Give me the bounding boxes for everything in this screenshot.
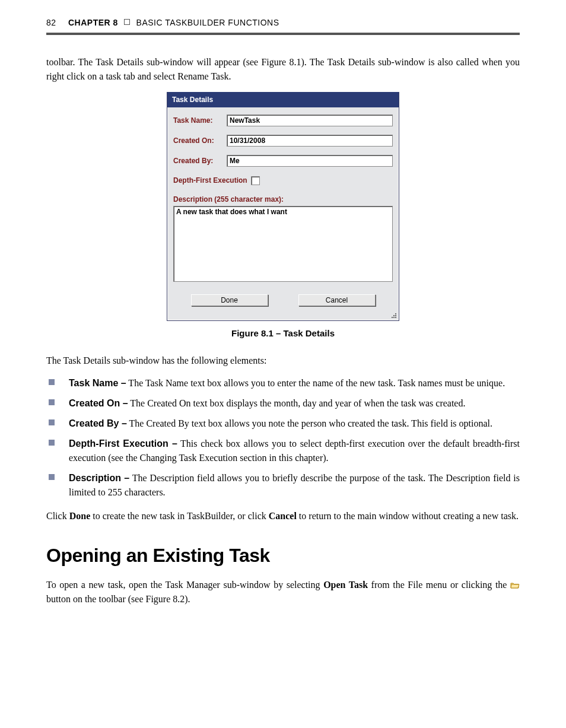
bullet-text: The Created On text box displays the mon… — [128, 398, 466, 408]
running-header: 82 CHAPTER 8 BASIC TASKBUILDER FUNCTIONS — [46, 17, 520, 35]
done-ref: Done — [69, 511, 91, 521]
open-task-ref: Open Task — [323, 580, 368, 590]
chapter-title: BASIC TASKBUILDER FUNCTIONS — [136, 18, 279, 27]
svg-rect-1 — [393, 315, 395, 316]
open-paragraph: To open a new task, open the Task Manage… — [46, 578, 520, 606]
list-item: Created On – The Created On text box dis… — [46, 396, 520, 411]
task-details-dialog: Task Details Task Name: Created On: Crea… — [167, 92, 399, 321]
list-item: Created By – The Created By text box all… — [46, 417, 520, 431]
bullet-label: Task Name – — [69, 378, 126, 388]
bullet-text: The Created By text box allows you note … — [127, 418, 492, 428]
svg-rect-2 — [395, 315, 396, 316]
svg-rect-3 — [392, 317, 393, 318]
depth-first-checkbox[interactable] — [251, 176, 260, 185]
created-by-label: Created By: — [173, 155, 227, 166]
created-by-input[interactable] — [227, 155, 393, 167]
intro-paragraph: toolbar. The Task Details sub-window wil… — [46, 55, 520, 84]
task-name-input[interactable] — [227, 115, 393, 126]
list-item: Task Name – The Task Name text box allow… — [46, 376, 520, 390]
bullet-label: Created On – — [69, 398, 128, 408]
page-number: 82 — [46, 18, 56, 27]
list-item: Description – The Description field allo… — [46, 471, 520, 500]
dialog-title: Task Details — [167, 92, 399, 107]
created-on-label: Created On: — [173, 135, 227, 146]
cancel-ref: Cancel — [269, 511, 297, 521]
bullet-label: Depth-First Execution – — [69, 438, 177, 449]
bullet-label: Created By – — [69, 418, 127, 428]
click-paragraph: Click Done to create the new task in Tas… — [46, 509, 520, 523]
chapter-label: CHAPTER 8 — [68, 18, 118, 27]
bullet-text: The Description field allows you to brie… — [69, 473, 520, 497]
bullet-label: Description – — [69, 473, 129, 483]
svg-rect-5 — [395, 317, 396, 318]
cancel-button[interactable]: Cancel — [298, 294, 376, 306]
description-label: Description (255 character max): — [173, 194, 393, 205]
bullet-text: The Task Name text box allows you to ent… — [126, 378, 505, 388]
element-list: Task Name – The Task Name text box allow… — [46, 376, 520, 500]
task-name-label: Task Name: — [173, 115, 227, 126]
figure-caption: Figure 8.1 – Task Details — [46, 327, 520, 341]
svg-rect-4 — [393, 317, 395, 318]
header-square-icon — [124, 19, 130, 25]
created-on-input[interactable] — [227, 135, 393, 147]
depth-first-label: Depth-First Execution — [173, 175, 247, 186]
figure-8-1: Task Details Task Name: Created On: Crea… — [46, 92, 520, 341]
description-textarea[interactable] — [173, 206, 393, 282]
done-button[interactable]: Done — [191, 294, 268, 306]
resize-grip-icon — [167, 312, 399, 320]
folder-open-icon — [510, 579, 520, 587]
section-heading: Opening an Existing Task — [46, 541, 520, 570]
elements-intro: The Task Details sub-window has the foll… — [46, 354, 520, 368]
list-item: Depth-First Execution – This check box a… — [46, 437, 520, 465]
svg-rect-0 — [395, 313, 396, 314]
